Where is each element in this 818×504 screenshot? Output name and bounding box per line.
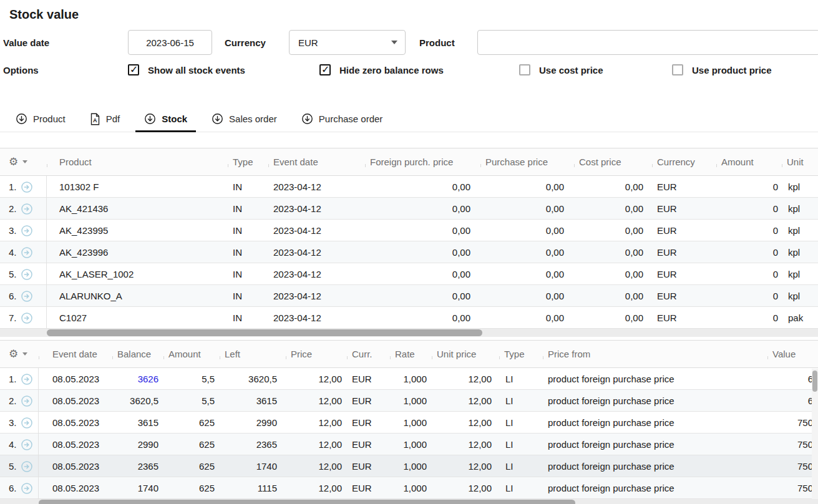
open-row-icon[interactable] xyxy=(21,225,33,237)
cell-unit: kpl xyxy=(782,225,818,236)
open-row-icon[interactable] xyxy=(21,417,33,429)
open-row-icon[interactable] xyxy=(21,203,33,215)
open-row-icon[interactable] xyxy=(21,181,33,193)
row-number: 7. xyxy=(9,313,17,323)
column-header-value[interactable]: Value xyxy=(767,349,818,359)
events-table-header: ⚙ Event date Balance Amount Left Price C… xyxy=(0,341,818,368)
scrollbar-thumb[interactable] xyxy=(39,500,575,504)
scrollbar-thumb[interactable] xyxy=(812,371,817,392)
page-title: Stock value xyxy=(9,6,818,22)
cell-curr: EUR xyxy=(347,461,390,472)
cell-foreign-purch-price: 0,00 xyxy=(365,269,480,279)
option-checkbox[interactable]: Use cost price xyxy=(519,64,672,75)
column-settings-button[interactable]: ⚙ xyxy=(9,349,27,359)
column-header-product[interactable]: Product xyxy=(47,157,228,167)
circle-down-arrow-icon xyxy=(212,113,223,125)
option-checkbox[interactable]: Show all stock events xyxy=(128,64,319,75)
tab-label: Pdf xyxy=(106,114,120,124)
column-header-curr[interactable]: Curr. xyxy=(347,349,390,359)
row-number-cell: 2. xyxy=(0,198,47,220)
column-header-unit[interactable]: Unit xyxy=(782,157,818,167)
cell-type: IN xyxy=(228,203,268,214)
column-header-left[interactable]: Left xyxy=(220,349,286,359)
currency-selected-value: EUR xyxy=(298,37,391,48)
row-number-cell: 3. xyxy=(0,412,39,434)
open-row-icon[interactable] xyxy=(21,395,33,407)
currency-dropdown[interactable]: EUR xyxy=(289,30,406,55)
tab-purchase-order[interactable]: Purchase order xyxy=(293,106,392,132)
column-header-cost-price[interactable]: Cost price xyxy=(574,157,652,167)
value-date-input[interactable] xyxy=(128,30,212,55)
column-header-type[interactable]: Type xyxy=(499,349,543,359)
row-number: 1. xyxy=(9,374,17,384)
cell-event-date: 08.05.2023 xyxy=(39,395,112,406)
circle-down-arrow-icon xyxy=(16,113,27,125)
open-row-icon[interactable] xyxy=(21,373,33,385)
stock-table-header: ⚙ Product Type Event date Foreign purch.… xyxy=(0,148,818,176)
tab-pdf[interactable]: A Pdf xyxy=(81,106,129,132)
cell-left: 1740 xyxy=(220,461,286,472)
horizontal-scrollbar[interactable] xyxy=(0,329,818,337)
column-header-event-date[interactable]: Event date xyxy=(268,157,365,167)
cell-unit: kpl xyxy=(782,203,818,214)
value-date-label: Value date xyxy=(3,37,128,48)
checkbox-icon[interactable] xyxy=(128,64,139,75)
product-input[interactable] xyxy=(477,30,818,55)
column-header-currency[interactable]: Currency xyxy=(652,157,716,167)
column-header-balance[interactable]: Balance xyxy=(112,349,163,359)
open-row-icon[interactable] xyxy=(21,482,33,495)
scrollbar-thumb[interactable] xyxy=(47,329,482,336)
checkbox-icon[interactable] xyxy=(319,64,331,75)
column-header-event-date[interactable]: Event date xyxy=(39,349,112,359)
checkbox-icon[interactable] xyxy=(519,64,530,75)
events-table-row: 3. 08.05.2023 3615 625 2990 12,00 EUR 1,… xyxy=(0,412,818,434)
open-row-icon[interactable] xyxy=(21,439,33,451)
row-number-cell: 4. xyxy=(0,434,39,455)
checkbox-label: Use cost price xyxy=(539,65,603,75)
option-checkbox[interactable]: Hide zero balance rows xyxy=(319,64,519,75)
cell-event-date: 08.05.2023 xyxy=(39,374,112,384)
open-row-icon[interactable] xyxy=(21,290,33,303)
stock-table-row: 7. C1027 IN 2023-04-12 0,00 0,00 0,00 EU… xyxy=(0,307,818,329)
column-header-amount[interactable]: Amount xyxy=(163,349,220,359)
row-number: 4. xyxy=(9,439,17,450)
cell-type: IN xyxy=(228,247,268,258)
checkbox-icon[interactable] xyxy=(672,64,683,75)
open-row-icon[interactable] xyxy=(21,268,33,281)
tab-sales-order[interactable]: Sales order xyxy=(203,106,286,132)
option-checkbox[interactable]: Use product price xyxy=(672,64,772,75)
column-header-purchase-price[interactable]: Purchase price xyxy=(480,157,574,167)
cell-event-date: 2023-04-12 xyxy=(268,203,365,214)
open-row-icon[interactable] xyxy=(21,312,33,324)
cell-balance[interactable]: 3626 xyxy=(112,374,163,384)
cell-currency: EUR xyxy=(652,269,716,279)
cell-event-date: 08.05.2023 xyxy=(39,483,112,493)
vertical-scrollbar[interactable] xyxy=(812,369,818,499)
tab-stock[interactable]: Stock xyxy=(135,106,196,132)
product-label: Product xyxy=(419,37,464,48)
stock-table-row: 6. ALARUNKO_A IN 2023-04-12 0,00 0,00 0,… xyxy=(0,285,818,307)
cell-cost-price: 0,00 xyxy=(574,182,652,192)
column-header-rate[interactable]: Rate xyxy=(390,349,432,359)
tab-label: Sales order xyxy=(229,114,277,124)
cell-price: 12,00 xyxy=(286,483,347,493)
column-header-price[interactable]: Price xyxy=(286,349,347,359)
column-header-unit-price[interactable]: Unit price xyxy=(432,349,499,359)
column-header-amount[interactable]: Amount xyxy=(716,157,782,167)
cell-purchase-price: 0,00 xyxy=(480,225,574,236)
stock-table-row: 4. AK_423996 IN 2023-04-12 0,00 0,00 0,0… xyxy=(0,241,818,263)
row-number: 5. xyxy=(9,269,17,279)
column-header-type[interactable]: Type xyxy=(228,157,268,167)
cell-unit-price: 12,00 xyxy=(432,483,499,493)
tab-product[interactable]: Product xyxy=(7,106,74,132)
open-row-icon[interactable] xyxy=(21,460,33,473)
cell-foreign-purch-price: 0,00 xyxy=(365,203,480,214)
cell-currency: EUR xyxy=(652,291,716,301)
open-row-icon[interactable] xyxy=(21,246,33,259)
column-settings-button[interactable]: ⚙ xyxy=(9,157,27,167)
horizontal-scrollbar[interactable] xyxy=(0,499,818,504)
cell-type: IN xyxy=(228,291,268,301)
column-header-price-from[interactable]: Price from xyxy=(543,349,767,359)
cell-amount: 625 xyxy=(163,417,220,428)
column-header-foreign-price[interactable]: Foreign purch. price xyxy=(365,157,480,167)
